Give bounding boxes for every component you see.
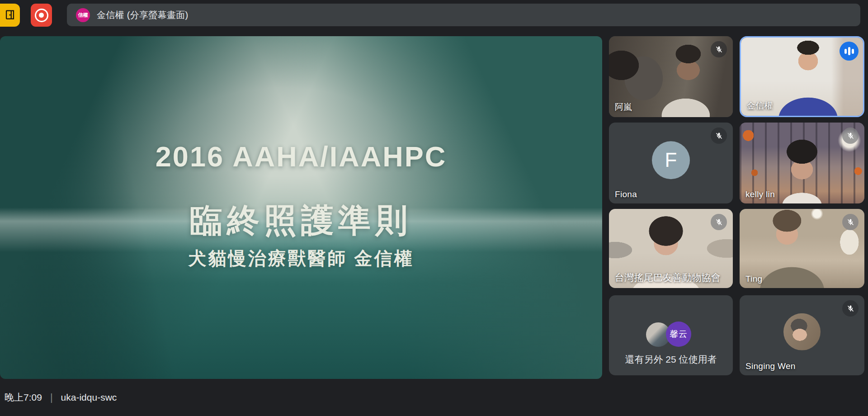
presenter-chip[interactable]: 信權 金信權 (分享螢幕畫面) (67, 4, 860, 26)
participant-tile-fiona[interactable]: F Fiona (609, 123, 733, 203)
door-exit-icon (4, 9, 16, 22)
participant-tile-kelly[interactable]: kelly lin (740, 123, 864, 203)
participant-tile-overflow[interactable]: 馨云 還有另外 25 位使用者 (609, 295, 733, 375)
meeting-info: 晚上7:09 | uka-idqu-swc (5, 379, 117, 416)
avatar (783, 313, 821, 350)
audio-level-icon (840, 42, 859, 61)
door-exit-button[interactable] (0, 4, 20, 27)
overflow-count-label: 還有另外 25 位使用者 (609, 353, 733, 366)
participant-name: 阿嵐 (615, 101, 632, 113)
mic-off-icon (711, 214, 727, 230)
record-indicator-icon (35, 9, 48, 22)
meet-window: 信權 金信權 (分享螢幕畫面) 2016 AAHA/IAAHPC 臨終照護準則 … (0, 0, 868, 416)
avatar: F (652, 141, 690, 179)
participant-name: Ting (745, 274, 762, 284)
slide-title-line1: 2016 AAHA/IAAHPC (0, 140, 602, 173)
mic-off-icon (842, 300, 859, 317)
participant-tile-jin[interactable]: 金信權 (740, 36, 864, 117)
clock-time: 晚上7:09 (5, 391, 42, 404)
slide-title-line2: 臨終照護準則 (0, 199, 602, 242)
presenter-title: 金信權 (分享螢幕畫面) (97, 9, 188, 21)
meeting-code: uka-idqu-swc (61, 392, 117, 403)
participant-name: Singing Wen (745, 361, 796, 371)
participant-tile-singing-wen[interactable]: Singing Wen (740, 295, 864, 375)
mic-off-icon (842, 128, 859, 144)
mic-off-icon (711, 41, 727, 57)
participant-name: 金信權 (747, 100, 773, 112)
recording-indicator (31, 4, 52, 27)
participant-tile-alan[interactable]: 阿嵐 (609, 36, 733, 117)
participant-name: kelly lin (745, 189, 775, 199)
overflow-avatars: 馨云 (646, 321, 696, 347)
participant-name: 台灣搖尾巴友善動物協會 (615, 271, 721, 284)
top-bar: 信權 金信權 (分享螢幕畫面) (0, 0, 868, 30)
mic-off-icon (842, 214, 859, 230)
presenter-avatar: 信權 (76, 8, 90, 22)
shared-screen-tile[interactable]: 2016 AAHA/IAAHPC 臨終照護準則 犬貓慢治療獸醫師 金信權 (0, 36, 602, 379)
mic-off-icon (711, 128, 727, 144)
slide-subtitle: 犬貓慢治療獸醫師 金信權 (0, 246, 602, 271)
participant-tile-tw-assoc[interactable]: 台灣搖尾巴友善動物協會 (609, 209, 733, 288)
avatar: 馨云 (666, 321, 691, 347)
bottom-bar: 晚上7:09 | uka-idqu-swc (0, 379, 868, 416)
participant-tile-ting[interactable]: Ting (740, 209, 864, 288)
divider: | (50, 392, 53, 403)
participant-name: Fiona (615, 189, 637, 199)
